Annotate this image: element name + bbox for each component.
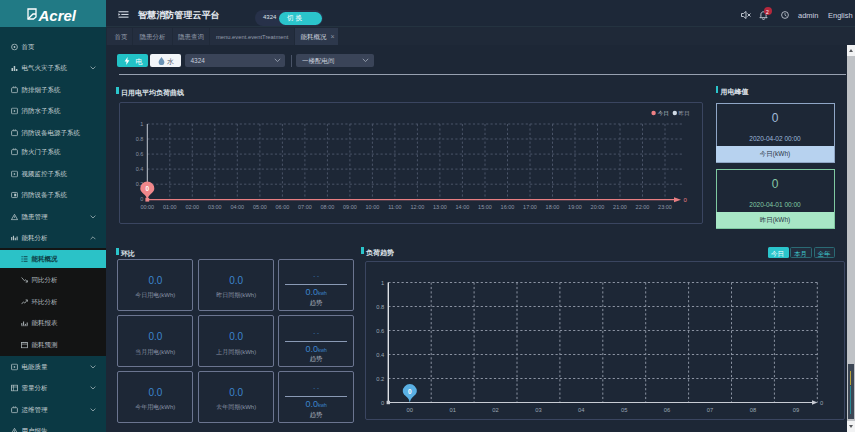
- svg-text:09:00: 09:00: [343, 204, 357, 210]
- svg-text:0.4: 0.4: [136, 166, 144, 172]
- svg-text:今日: 今日: [658, 110, 669, 117]
- svg-text:0.8: 0.8: [376, 303, 384, 309]
- svg-text:06:00: 06:00: [276, 204, 290, 210]
- svg-text:05: 05: [621, 406, 627, 412]
- svg-text:20:00: 20:00: [591, 204, 605, 210]
- svg-text:07: 07: [707, 406, 713, 412]
- svg-text:02:00: 02:00: [185, 204, 199, 210]
- svg-text:21:00: 21:00: [613, 204, 627, 210]
- svg-text:04: 04: [578, 406, 585, 412]
- svg-text:0: 0: [820, 399, 823, 405]
- svg-text:0: 0: [140, 196, 143, 202]
- svg-text:22:00: 22:00: [636, 204, 650, 210]
- svg-text:0.8: 0.8: [136, 136, 144, 142]
- svg-text:07:00: 07:00: [298, 204, 312, 210]
- svg-text:09: 09: [793, 406, 799, 412]
- svg-text:0.4: 0.4: [376, 351, 385, 357]
- svg-text:01: 01: [449, 406, 455, 412]
- svg-text:17:00: 17:00: [523, 204, 537, 210]
- svg-text:0: 0: [684, 197, 688, 203]
- svg-text:11:00: 11:00: [388, 204, 401, 210]
- svg-text:0.6: 0.6: [136, 151, 144, 157]
- svg-text:10:00: 10:00: [366, 204, 380, 210]
- svg-text:12:00: 12:00: [411, 204, 425, 210]
- svg-text:01:00: 01:00: [163, 204, 177, 210]
- svg-text:23:00: 23:00: [658, 204, 672, 210]
- svg-text:19:00: 19:00: [568, 204, 582, 210]
- svg-text:0: 0: [408, 387, 412, 394]
- svg-text:03:00: 03:00: [208, 204, 222, 210]
- svg-text:昨日: 昨日: [678, 110, 689, 117]
- svg-text:14:00: 14:00: [456, 204, 470, 210]
- svg-text:0: 0: [145, 185, 149, 192]
- svg-text:00:00: 00:00: [140, 204, 154, 210]
- svg-text:16:00: 16:00: [501, 204, 515, 210]
- svg-text:15:00: 15:00: [478, 204, 492, 210]
- svg-text:18:00: 18:00: [546, 204, 560, 210]
- svg-text:03: 03: [535, 406, 541, 412]
- svg-text:13:00: 13:00: [433, 204, 447, 210]
- svg-text:0.2: 0.2: [376, 375, 384, 381]
- svg-text:00: 00: [407, 406, 413, 412]
- svg-text:02: 02: [492, 406, 498, 412]
- svg-text:05:00: 05:00: [253, 204, 267, 210]
- svg-text:06: 06: [664, 406, 670, 412]
- svg-text:1: 1: [381, 279, 384, 285]
- svg-text:0.6: 0.6: [376, 327, 384, 333]
- svg-text:08:00: 08:00: [321, 204, 335, 210]
- svg-text:08: 08: [750, 406, 756, 412]
- svg-text:04:00: 04:00: [230, 204, 244, 210]
- svg-text:1: 1: [140, 121, 143, 127]
- svg-text:0: 0: [381, 399, 384, 405]
